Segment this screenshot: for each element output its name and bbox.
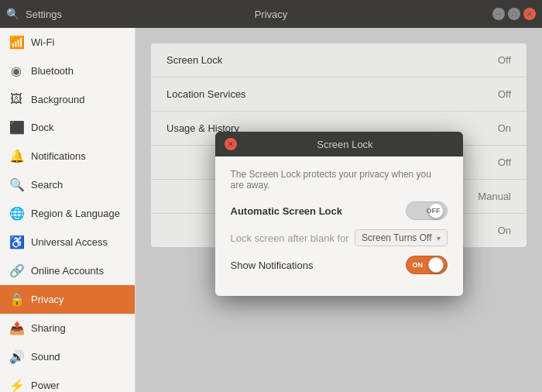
dialog-close-button[interactable]: ✕ [225,138,237,150]
maximize-button[interactable]: □ [508,8,520,20]
sidebar-item-search[interactable]: 🔍 Search [0,170,135,199]
sidebar-item-online-accounts[interactable]: 🔗 Online Accounts [0,256,135,285]
sidebar-item-notifications[interactable]: 🔔 Notifications [0,142,135,170]
sidebar-item-region[interactable]: 🌐 Region & Language [0,199,135,228]
sidebar-item-background[interactable]: 🖼 Background [0,85,135,113]
dialog-title: Screen Lock [237,139,454,150]
toggle-on-knob [428,257,444,273]
sidebar-item-label: Sound [31,351,125,363]
dropdown-arrow-icon: ▾ [437,234,441,242]
modal-overlay: ✕ Screen Lock The Screen Lock protects y… [136,28,542,392]
title-bar-left: 🔍 Settings [6,8,62,20]
sidebar-item-sharing[interactable]: 📤 Sharing [0,314,135,342]
online-accounts-icon: 🔗 [9,263,23,278]
sidebar-item-label: Privacy [31,294,125,305]
power-icon: ⚡ [9,378,23,392]
sidebar-item-label: Power [31,380,125,391]
lock-after-label: Lock screen after blank for [231,232,349,244]
notifications-icon: 🔔 [9,149,23,163]
sidebar-item-wifi[interactable]: 📶 Wi-Fi [0,28,135,57]
dialog-titlebar: ✕ Screen Lock [215,132,463,156]
sidebar: 📶 Wi-Fi ◉ Bluetooth 🖼 Background ⬛ Dock … [0,28,136,392]
titlebar-search-icon[interactable]: 🔍 [6,8,19,20]
sidebar-item-bluetooth[interactable]: ◉ Bluetooth [0,57,135,85]
toggle-on-text: ON [413,261,424,269]
lock-after-row: Lock screen after blank for Screen Turns… [231,229,448,246]
dock-icon: ⬛ [9,120,23,135]
screen-lock-dialog: ✕ Screen Lock The Screen Lock protects y… [215,132,463,296]
right-panel: Screen Lock Off Location Services Off Us… [136,28,542,392]
sidebar-item-power[interactable]: ⚡ Power [0,371,135,392]
auto-lock-toggle[interactable]: OFF [406,201,448,220]
sidebar-item-label: Sharing [31,322,125,334]
close-button[interactable]: ✕ [523,8,536,20]
auto-lock-label: Automatic Screen Lock [231,205,343,217]
sidebar-item-label: Wi-Fi [31,36,125,48]
title-bar: 🔍 Settings Privacy ─ □ ✕ [0,0,542,28]
minimize-button[interactable]: ─ [492,8,505,20]
sidebar-item-label: Region & Language [31,208,125,219]
region-icon: 🌐 [9,206,23,221]
sound-icon: 🔊 [9,349,23,364]
background-icon: 🖼 [9,92,23,106]
main-content: 📶 Wi-Fi ◉ Bluetooth 🖼 Background ⬛ Dock … [0,28,542,392]
sidebar-item-label: Notifications [31,150,125,162]
sidebar-item-privacy[interactable]: 🔒 Privacy [0,285,135,314]
sidebar-item-label: Search [31,179,125,191]
search-icon: 🔍 [9,177,23,192]
universal-access-icon: ♿ [9,235,23,249]
app-title: Settings [26,9,62,20]
privacy-icon: 🔒 [9,292,23,307]
bluetooth-icon: ◉ [9,64,23,78]
window-controls: ─ □ ✕ [492,8,536,20]
sidebar-item-sound[interactable]: 🔊 Sound [0,342,135,371]
sidebar-item-label: Background [31,94,125,105]
show-notifications-label: Show Notifications [231,260,314,271]
lock-after-dropdown[interactable]: Screen Turns Off ▾ [355,229,448,246]
sidebar-item-label: Bluetooth [31,65,125,77]
sidebar-item-label: Online Accounts [31,265,125,277]
sidebar-item-universal-access[interactable]: ♿ Universal Access [0,228,135,256]
show-notifications-row: Show Notifications ON [231,256,448,274]
sidebar-item-dock[interactable]: ⬛ Dock [0,113,135,142]
dialog-body: The Screen Lock protects your privacy wh… [215,156,463,296]
sidebar-item-label: Dock [31,122,125,133]
notifications-toggle[interactable]: ON [406,256,448,274]
sidebar-item-label: Universal Access [31,236,125,248]
dialog-description: The Screen Lock protects your privacy wh… [231,169,448,191]
auto-lock-row: Automatic Screen Lock OFF [231,201,448,220]
toggle-off-text: OFF [427,207,441,215]
section-title: Privacy [255,9,288,20]
wifi-icon: 📶 [9,35,23,50]
sharing-icon: 📤 [9,321,23,335]
dropdown-value: Screen Turns Off [362,232,432,243]
